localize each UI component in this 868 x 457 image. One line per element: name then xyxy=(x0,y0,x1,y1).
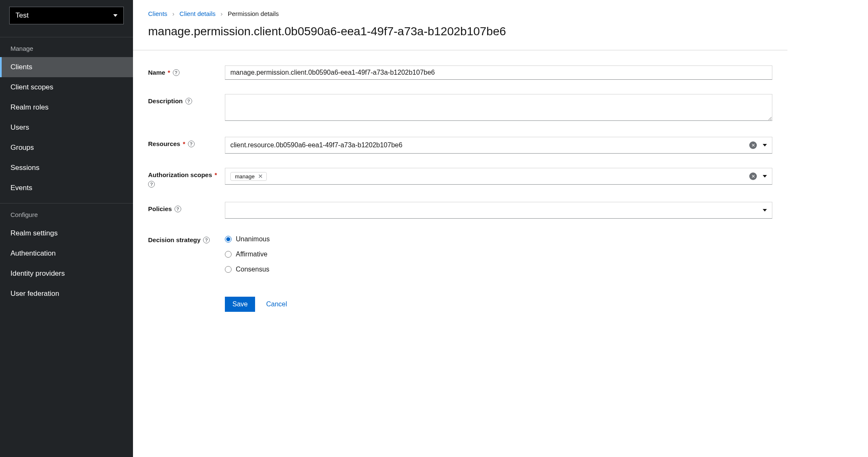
sidebar-item-identity-providers[interactable]: Identity providers xyxy=(0,264,133,284)
required-icon: * xyxy=(168,69,170,76)
radio-label: Consensus xyxy=(236,266,269,273)
sidebar-item-users[interactable]: Users xyxy=(0,118,133,138)
chevron-right-icon: › xyxy=(172,10,175,17)
sidebar-item-sessions[interactable]: Sessions xyxy=(0,158,133,178)
sidebar-item-label: Authentication xyxy=(10,249,56,257)
resources-value: client.resource.0b0590a6-eea1-49f7-a73a-… xyxy=(230,141,402,149)
caret-down-icon xyxy=(113,14,117,17)
radio-label: Affirmative xyxy=(236,251,267,258)
form-row-resources: Resources * ? client.resource.0b0590a6-e… xyxy=(148,137,772,154)
radio-consensus[interactable]: Consensus xyxy=(225,266,772,273)
caret-down-icon xyxy=(763,175,767,178)
chevron-right-icon: › xyxy=(221,10,223,17)
scope-chip-label: manage xyxy=(235,173,255,180)
name-input[interactable] xyxy=(225,65,772,80)
sidebar-item-client-scopes[interactable]: Client scopes xyxy=(0,77,133,97)
breadcrumb: Clients › Client details › Permission de… xyxy=(148,10,772,17)
form-row-name: Name * ? xyxy=(148,65,772,80)
policies-select[interactable] xyxy=(225,202,772,219)
radio-input-affirmative[interactable] xyxy=(225,251,232,258)
help-icon[interactable]: ? xyxy=(173,69,180,76)
radio-input-unanimous[interactable] xyxy=(225,236,232,243)
sidebar-item-label: User federation xyxy=(10,290,59,298)
help-icon[interactable]: ? xyxy=(203,237,210,243)
clear-icon[interactable]: ✕ xyxy=(749,141,757,149)
label-policies: Policies xyxy=(148,205,172,212)
help-icon[interactable]: ? xyxy=(148,181,155,188)
breadcrumb-link-clients[interactable]: Clients xyxy=(148,10,167,17)
breadcrumb-current: Permission details xyxy=(228,10,279,17)
caret-down-icon xyxy=(763,144,767,146)
sidebar-item-groups[interactable]: Groups xyxy=(0,138,133,158)
label-auth-scopes: Authorization scopes xyxy=(148,171,212,178)
radio-affirmative[interactable]: Affirmative xyxy=(225,251,772,258)
radio-unanimous[interactable]: Unanimous xyxy=(225,235,772,243)
sidebar-item-label: Identity providers xyxy=(10,269,65,277)
section-divider xyxy=(133,50,787,50)
sidebar-section-manage: Manage xyxy=(0,40,133,57)
sidebar-item-authentication[interactable]: Authentication xyxy=(0,243,133,264)
form-actions: Save Cancel xyxy=(225,297,772,312)
cancel-button[interactable]: Cancel xyxy=(264,297,289,312)
realm-selector[interactable]: Test xyxy=(9,7,124,24)
sidebar-divider xyxy=(0,37,133,37)
help-icon[interactable]: ? xyxy=(175,206,181,212)
close-icon[interactable]: ✕ xyxy=(258,173,263,179)
caret-down-icon xyxy=(763,209,767,212)
required-icon: * xyxy=(215,171,217,178)
scope-chip: manage ✕ xyxy=(230,172,267,181)
sidebar-item-realm-roles[interactable]: Realm roles xyxy=(0,97,133,118)
sidebar-item-realm-settings[interactable]: Realm settings xyxy=(0,223,133,243)
sidebar-section-configure: Configure xyxy=(0,206,133,223)
help-icon[interactable]: ? xyxy=(185,98,192,104)
sidebar-item-events[interactable]: Events xyxy=(0,178,133,198)
help-icon[interactable]: ? xyxy=(188,141,195,147)
sidebar-item-label: Events xyxy=(10,184,32,192)
form-row-policies: Policies ? xyxy=(148,202,772,219)
sidebar-item-label: Groups xyxy=(10,144,34,151)
form-row-description: Description ? xyxy=(148,94,772,123)
decision-radio-group: Unanimous Affirmative Consensus xyxy=(225,233,772,273)
radio-input-consensus[interactable] xyxy=(225,266,232,273)
page-title: manage.permission.client.0b0590a6-eea1-4… xyxy=(148,25,772,38)
sidebar-divider xyxy=(0,203,133,204)
label-resources: Resources xyxy=(148,140,180,147)
label-description: Description xyxy=(148,97,183,104)
clear-icon[interactable]: ✕ xyxy=(749,172,757,180)
sidebar-item-label: Client scopes xyxy=(10,83,53,91)
sidebar-item-clients[interactable]: Clients xyxy=(0,57,133,77)
form-row-decision: Decision strategy ? Unanimous Affirmativ… xyxy=(148,233,772,273)
breadcrumb-link-client-details[interactable]: Client details xyxy=(180,10,216,17)
sidebar-item-label: Users xyxy=(10,123,29,131)
label-decision: Decision strategy xyxy=(148,236,201,243)
description-input[interactable] xyxy=(225,94,772,121)
auth-scopes-select[interactable]: manage ✕ ✕ xyxy=(225,168,772,185)
sidebar-item-label: Sessions xyxy=(10,164,39,172)
required-icon: * xyxy=(183,140,185,147)
main-content: Clients › Client details › Permission de… xyxy=(133,0,868,457)
save-button[interactable]: Save xyxy=(225,297,255,312)
sidebar-item-label: Realm roles xyxy=(10,103,49,111)
radio-label: Unanimous xyxy=(236,235,270,243)
realm-selector-value: Test xyxy=(16,11,29,20)
sidebar-item-label: Realm settings xyxy=(10,229,57,237)
sidebar-item-user-federation[interactable]: User federation xyxy=(0,284,133,304)
label-name: Name xyxy=(148,69,165,76)
form-row-auth-scopes: Authorization scopes * ? manage ✕ ✕ xyxy=(148,168,772,188)
sidebar-item-label: Clients xyxy=(10,63,32,71)
sidebar: Test Manage Clients Client scopes Realm … xyxy=(0,0,133,457)
resources-select[interactable]: client.resource.0b0590a6-eea1-49f7-a73a-… xyxy=(225,137,772,154)
